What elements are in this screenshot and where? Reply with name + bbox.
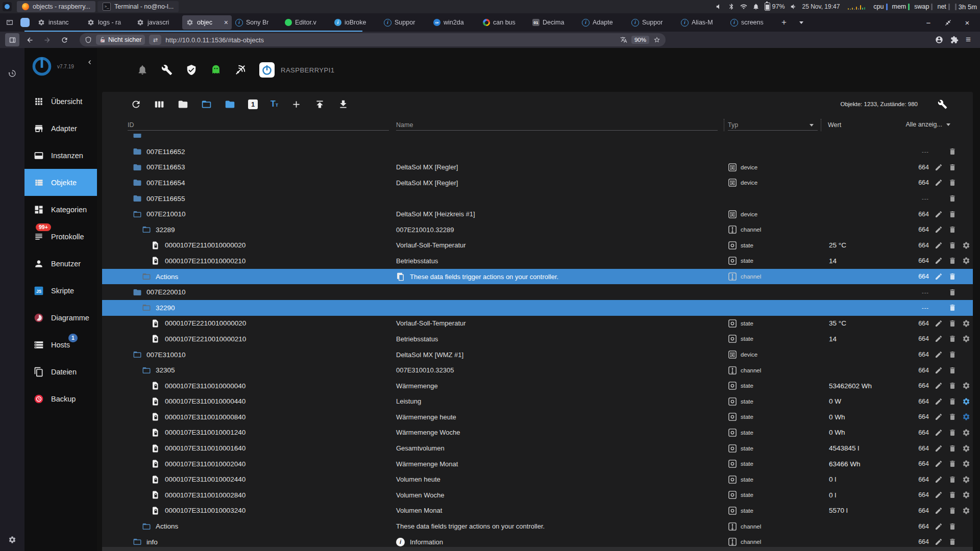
columns-settings-wrench-icon[interactable]: [938, 99, 947, 109]
table-row[interactable]: 0000107E3110010001640Gesamtvolumenstate4…: [102, 440, 973, 456]
edit-button[interactable]: [935, 335, 943, 343]
edit-button[interactable]: [935, 460, 943, 468]
delete-button[interactable]: [948, 475, 957, 484]
tracking-shield-icon[interactable]: [85, 36, 92, 43]
edit-button[interactable]: [935, 257, 943, 265]
table-row[interactable]: 0000107E3110010002040Wärmemenge Monatsta…: [102, 456, 973, 472]
browser-tab[interactable]: iAdapte: [578, 13, 628, 32]
tab-list-chevron-button[interactable]: [792, 15, 807, 30]
delete-button[interactable]: [948, 460, 957, 468]
sidebar-item-skripte[interactable]: JSSkripte: [24, 277, 97, 304]
custom-settings-button[interactable]: [962, 382, 970, 390]
pinned-tab[interactable]: [16, 15, 34, 30]
edit-button[interactable]: [935, 538, 943, 546]
custom-settings-button[interactable]: [962, 413, 970, 421]
menu-hamburger-icon[interactable]: ≡: [966, 35, 971, 45]
browser-tab[interactable]: iSuppor: [380, 13, 430, 32]
browser-tab[interactable]: instanc: [34, 13, 83, 32]
edit-button[interactable]: [935, 382, 943, 390]
table-row[interactable]: 007E116655---: [102, 191, 973, 207]
table-row[interactable]: 0000107E3110010001240Wärmemenge Wochesta…: [102, 425, 973, 441]
edit-button[interactable]: [935, 366, 943, 374]
download-button[interactable]: [338, 99, 349, 110]
delete-button[interactable]: [948, 491, 957, 499]
browser-tab[interactable]: iAlias-M: [677, 13, 727, 32]
table-row[interactable]: 0000107E3110010000840Wärmemenge heutesta…: [102, 409, 973, 425]
browser-tab[interactable]: javascri: [133, 13, 182, 32]
browser-tab[interactable]: iioBroke: [331, 13, 380, 32]
delete-button[interactable]: [948, 429, 957, 437]
edit-button[interactable]: [935, 507, 943, 515]
delete-button[interactable]: [948, 272, 957, 281]
browser-tab[interactable]: 01Decima: [529, 13, 578, 32]
taskbar-item[interactable]: >_Terminal - no@no-l...: [97, 1, 179, 12]
wifi-icon[interactable]: [740, 3, 747, 10]
custom-settings-button[interactable]: [962, 241, 970, 249]
wrench-icon[interactable]: [161, 64, 173, 76]
custom-settings-button[interactable]: [962, 257, 970, 265]
custom-settings-button[interactable]: [962, 319, 970, 328]
browser-tab[interactable]: cewin2da: [430, 13, 479, 32]
history-clock-icon[interactable]: [8, 69, 16, 78]
url-text[interactable]: http://10.0.0.11:1536/#tab-objects: [165, 36, 616, 44]
shield-check-icon[interactable]: [186, 64, 197, 76]
alerts-bell-icon[interactable]: [137, 64, 148, 76]
custom-settings-button[interactable]: [962, 507, 970, 515]
table-row[interactable]: 0000107E2210010000020Vorlauf-Soll-Temper…: [102, 316, 973, 332]
table-row[interactable]: 007E116652---: [102, 144, 973, 160]
table-row[interactable]: 0000107E3110010002840Volumen Wochestate0…: [102, 487, 973, 503]
sidebar-item-protokolle[interactable]: Protokolle99+: [24, 223, 97, 250]
edit-button[interactable]: [935, 397, 943, 406]
window-restore-button[interactable]: [940, 16, 955, 29]
custom-settings-button[interactable]: [962, 460, 970, 468]
upload-button[interactable]: [314, 99, 325, 110]
table-row[interactable]: 0000107E2110010000210Betriebsstatusstate…: [102, 253, 973, 269]
sidebar-item-übersicht[interactable]: Übersicht: [24, 88, 97, 115]
browser-tab[interactable]: iSony Br: [232, 13, 281, 32]
delete-button[interactable]: [948, 304, 957, 312]
edit-button[interactable]: [935, 429, 943, 437]
table-row[interactable]: 32305007E310010.32305channel664: [102, 362, 973, 378]
account-icon[interactable]: [935, 36, 943, 44]
browser-tab[interactable]: Editor.v: [281, 13, 331, 32]
edit-button[interactable]: [935, 210, 943, 218]
firefox-view-button[interactable]: [3, 16, 16, 29]
window-close-button[interactable]: ×: [960, 16, 975, 29]
collapse-drawer-icon[interactable]: [87, 59, 93, 65]
taskbar-item[interactable]: objects - raspberry...: [17, 1, 95, 12]
forward-button[interactable]: [40, 33, 54, 46]
delete-button[interactable]: [948, 350, 957, 359]
reload-button[interactable]: [57, 33, 71, 46]
header-name-filter[interactable]: Name: [393, 121, 724, 129]
custom-settings-button[interactable]: [962, 335, 970, 343]
browser-tab[interactable]: can bus: [479, 13, 529, 32]
bluetooth-icon[interactable]: [728, 3, 735, 10]
desktop-menu-icon[interactable]: [3, 2, 12, 11]
table-row[interactable]: 007E310010DeltaSol MX [WMZ #1]device664: [102, 347, 973, 363]
satellite-off-icon[interactable]: [235, 64, 246, 76]
sidebar-item-hosts[interactable]: Hosts1: [24, 331, 97, 358]
table-row[interactable]: 0000107E2210010000210Betriebsstatusstate…: [102, 331, 973, 347]
delete-button[interactable]: [948, 413, 957, 421]
table-row[interactable]: 0000107E3110010002440Volumen heutestate0…: [102, 471, 973, 487]
tab-close-icon[interactable]: ×: [224, 19, 228, 26]
sidebar-toggle-button[interactable]: [5, 33, 19, 46]
delete-button[interactable]: [948, 382, 957, 390]
browser-tab[interactable]: objec×: [182, 15, 232, 30]
system-monitor-cpu[interactable]: cpu: [873, 3, 887, 10]
refresh-button[interactable]: [131, 99, 141, 110]
custom-settings-button[interactable]: [962, 429, 970, 437]
delete-button[interactable]: [948, 397, 957, 406]
bookmark-star-icon[interactable]: [653, 36, 660, 43]
browser-tab[interactable]: logs - ra: [83, 13, 133, 32]
delete-button[interactable]: [948, 335, 957, 343]
add-object-button[interactable]: [291, 99, 302, 110]
delete-button[interactable]: [948, 194, 957, 203]
edit-button[interactable]: [935, 272, 943, 281]
table-row[interactable]: 007E210010DeltaSol MX [Heizkreis #1]devi…: [102, 206, 973, 222]
browser-tab[interactable]: iscreens: [727, 13, 776, 32]
new-tab-button[interactable]: +: [776, 15, 792, 30]
delete-button[interactable]: [948, 538, 957, 546]
custom-settings-button[interactable]: [962, 475, 970, 484]
back-button[interactable]: [22, 33, 37, 46]
